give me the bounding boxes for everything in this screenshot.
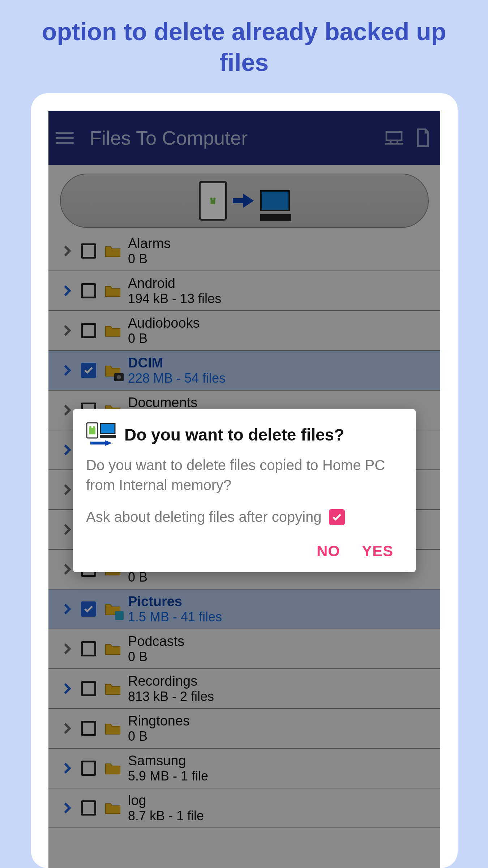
phone-frame: Files To Computer Alarms0 BAndroid194 kB… xyxy=(31,93,458,868)
ask-after-copy-label: Ask about deleting files after copying xyxy=(86,509,322,525)
no-button[interactable]: NO xyxy=(317,542,340,560)
yes-button[interactable]: YES xyxy=(362,542,393,560)
svg-rect-9 xyxy=(90,442,105,444)
dialog-body-text: Do you want to delete files copied to Ho… xyxy=(86,455,403,495)
ask-after-copy-row[interactable]: Ask about deleting files after copying xyxy=(86,509,403,525)
svg-rect-6 xyxy=(89,428,95,434)
promo-title: option to delete already backed up files xyxy=(0,0,488,89)
app-logo-icon xyxy=(86,422,117,447)
ask-after-copy-checkbox[interactable] xyxy=(329,509,345,525)
svg-rect-8 xyxy=(100,435,116,438)
delete-files-dialog: Do you want to delete files? Do you want… xyxy=(73,409,416,572)
dialog-title: Do you want to delete files? xyxy=(124,425,344,444)
phone-screen: Files To Computer Alarms0 BAndroid194 kB… xyxy=(48,111,440,868)
svg-rect-7 xyxy=(100,424,115,434)
